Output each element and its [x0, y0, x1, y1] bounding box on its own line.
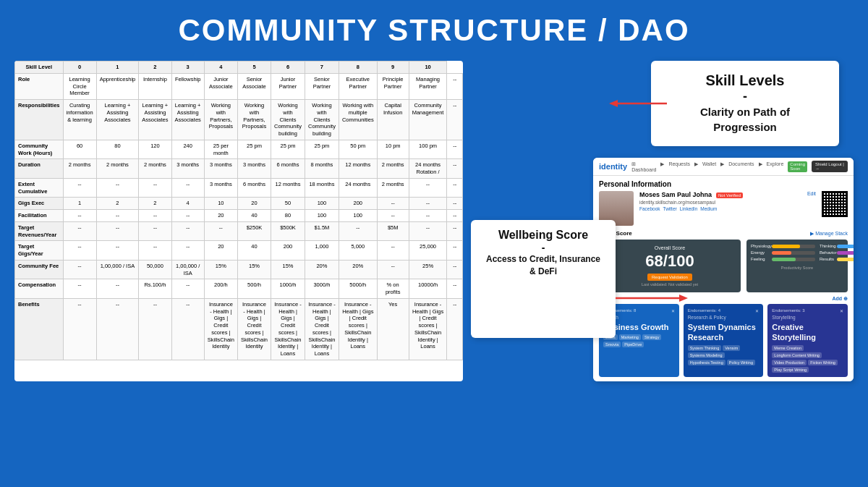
- skill-card-close-icon[interactable]: ✕: [755, 308, 759, 313]
- cell-2: Rs.100/h: [139, 279, 171, 299]
- cell-7: Senior Partner: [305, 73, 339, 99]
- nav-arrow: ▶: [660, 161, 664, 172]
- nav-wallet[interactable]: Wallet: [702, 161, 716, 172]
- cell-10: 24 months Rotation /: [409, 159, 447, 179]
- not-verified-badge: Not Verified: [716, 192, 743, 198]
- cell-6: Working with Clients Community building: [271, 100, 305, 140]
- profile-row: Moses Sam Paul Johna Not Verified Edit i…: [599, 191, 848, 226]
- cell-11: --: [447, 178, 463, 198]
- cell-4: 3 months: [204, 178, 237, 198]
- skill-card-close-icon[interactable]: ✕: [671, 308, 675, 313]
- cell-10: 25%: [409, 260, 447, 279]
- table-row: Extent Cumulative--------3 months6 month…: [15, 178, 463, 198]
- cell-8: --: [339, 221, 377, 241]
- skill-levels-dash: -: [668, 89, 822, 104]
- request-validation-button[interactable]: Request Validation: [647, 274, 692, 281]
- skill-levels-subtitle: Clarity on Path of Progression: [668, 104, 822, 135]
- cell-5: 20: [237, 198, 271, 210]
- cell-9: --: [377, 260, 409, 279]
- cell-0: --: [63, 260, 96, 279]
- wellbeing-dash: -: [482, 242, 604, 253]
- cell-7: Working with Clients Community building: [305, 100, 339, 140]
- cell-3: --: [171, 298, 204, 360]
- cell-3: 1,00,000 / ISA: [171, 260, 204, 279]
- col-header-7: 7: [305, 62, 339, 74]
- cell-2: --: [139, 178, 171, 198]
- energy-metric: Energy: [751, 250, 815, 255]
- table-row: Benefits--------Insurance - Health | Gig…: [15, 298, 463, 360]
- skills-add-button[interactable]: Add ⊕: [832, 296, 848, 302]
- medium-link[interactable]: Medium: [700, 206, 717, 211]
- identity-nav[interactable]: ⊞ Dashboard ▶ Requests ▶ Wallet ▶ Docume…: [631, 161, 807, 172]
- cell-11: --: [447, 241, 463, 261]
- skill-tag: Hypothesis Testing: [688, 360, 726, 365]
- cell-8: Insurance - Health | Gigs | Credit score…: [339, 298, 377, 360]
- physiology-bar: [772, 245, 800, 248]
- cell-6: Insurance - Health | Gigs | Credit score…: [271, 298, 305, 360]
- skill-card-close-icon[interactable]: ✕: [840, 308, 843, 313]
- cell-11: --: [447, 279, 463, 299]
- results-bar-container: [837, 258, 854, 261]
- table-row: Gigs Exec1224102050100200------: [15, 198, 463, 210]
- cell-6: 50: [271, 198, 305, 210]
- col-header-4: 4: [204, 62, 237, 74]
- col-header-1: 1: [96, 62, 139, 74]
- edit-link[interactable]: Edit: [807, 191, 816, 196]
- col-header-8: 8: [339, 62, 377, 74]
- cell-8: Working with multiple Communities: [339, 100, 377, 140]
- wellbeing-callout: Wellbeing Score - Access to Credit, Insu…: [471, 220, 616, 338]
- cell-7: Insurance - Health | Gigs | Credit score…: [305, 298, 339, 360]
- skill-card-1[interactable]: Endorsements: 4✕Research & PolicySystem …: [684, 304, 764, 377]
- cell-5: Working with Partners, Proposals: [237, 100, 271, 140]
- svg-marker-1: [609, 100, 618, 107]
- cell-4: Junior Associate: [204, 73, 237, 99]
- cell-4: --: [204, 221, 237, 241]
- qr-code: [822, 191, 848, 217]
- nav-requests[interactable]: Requests: [668, 161, 690, 172]
- skill-endorsements: Endorsements: 4: [688, 308, 720, 313]
- cell-10: 100 pm: [409, 140, 447, 159]
- skill-table-container: Skill Level 0 1 2 3 4 5 6 7 8 9 10 RoleL…: [14, 61, 463, 381]
- profile-name: Moses Sam Paul Johna: [639, 191, 712, 198]
- results-metric: Results: [820, 257, 854, 261]
- table-row: ResponsibilitiesCurating information & l…: [15, 100, 463, 140]
- cell-1: --: [96, 210, 139, 222]
- twitter-link[interactable]: Twitter: [663, 206, 677, 211]
- nav-explore[interactable]: Explore: [767, 161, 784, 172]
- skill-tag: Vensim: [723, 345, 740, 351]
- identity-logo: identity: [599, 162, 627, 171]
- nav-documents[interactable]: Documents: [728, 161, 754, 172]
- cell-1: 2: [96, 198, 139, 210]
- cell-1: Apprenticeship: [96, 73, 139, 99]
- wellbeing-row: Overall Score 68/100 Request Validation …: [599, 240, 848, 292]
- nav-dashboard[interactable]: ⊞ Dashboard: [631, 161, 656, 172]
- nav-arrow2: ▶: [694, 161, 698, 172]
- linkedin-link[interactable]: LinkedIn: [680, 206, 698, 211]
- cell-5: 500/h: [237, 279, 271, 299]
- table-row: Facilitation--------204080100100------: [15, 210, 463, 222]
- page-title: COMMUNITY STRUCTURE / DAO: [0, 13, 868, 48]
- skill-tag: Fiction Writing: [808, 360, 838, 365]
- facebook-link[interactable]: Facebook: [639, 206, 660, 211]
- cell-9: Yes: [377, 298, 409, 360]
- cell-5: 3 months: [237, 159, 271, 179]
- table-row: Target Revenues/Year----------$250K$500K…: [15, 221, 463, 241]
- cell-6: 6 months: [271, 159, 305, 179]
- nav-arrow3: ▶: [720, 161, 724, 172]
- cell-3: Learning + Assisting Associates: [171, 100, 204, 140]
- cell-9: Capital Infusion: [377, 100, 409, 140]
- behavior-label: Behavior: [820, 250, 837, 255]
- manage-stack-link[interactable]: ▶ Manage Stack: [810, 231, 848, 237]
- row-label: Target Revenues/Year: [15, 221, 64, 241]
- behavior-bar-container: [837, 251, 854, 255]
- col-header-9: 9: [377, 62, 409, 74]
- skill-card-header: Endorsements: 4✕: [688, 308, 760, 313]
- skill-tag: Marketing: [619, 334, 641, 340]
- shield-logout-button[interactable]: Shield Logout |→: [812, 161, 848, 172]
- identity-wrapper: identity ⊞ Dashboard ▶ Requests ▶ Wallet…: [593, 158, 854, 381]
- row-label: Facilitation: [15, 210, 64, 222]
- cell-7: 20%: [305, 260, 339, 279]
- productivity-card: Physiology Energy Feeling: [746, 240, 848, 292]
- cell-6: $500K: [271, 221, 305, 241]
- skill-card-2[interactable]: Endorsements: 3✕StorytellingCreative Sto…: [767, 304, 848, 377]
